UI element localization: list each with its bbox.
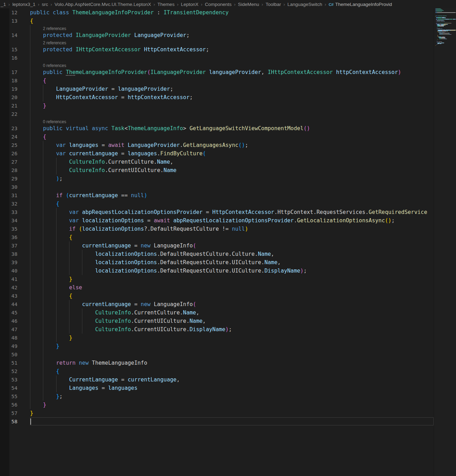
code-line[interactable]: 16 (0, 54, 434, 62)
code-line[interactable]: 45 CultureInfo.CurrentCulture.Name, (0, 308, 434, 317)
line-number[interactable]: 36 (0, 233, 30, 241)
code-line[interactable]: 56 } (0, 401, 434, 409)
code-line[interactable]: 21 } (0, 102, 434, 110)
code-line[interactable]: 50 (0, 350, 434, 359)
line-number[interactable]: 37 (0, 241, 30, 250)
line-number[interactable]: 23 (0, 124, 30, 133)
line-number[interactable]: 29 (0, 174, 30, 183)
line-number[interactable]: 56 (0, 401, 30, 409)
code-line[interactable]: 12public class ThemeLanguageInfoProvider… (0, 8, 434, 17)
code-line[interactable]: 55 }; (0, 392, 434, 401)
codelens-references-link[interactable]: 2 references (30, 40, 66, 45)
line-number[interactable]: 58 (0, 417, 30, 426)
code-line[interactable]: 29 ); (0, 174, 434, 183)
code-line[interactable]: 49 } (0, 342, 434, 350)
code-line[interactable]: 24 { (0, 133, 434, 141)
code-line[interactable]: 15 protected IHttpContextAccessor HttpCo… (0, 45, 434, 54)
breadcrumb-item--1[interactable]: _1 (0, 2, 7, 7)
line-number[interactable]: 14 (0, 31, 30, 39)
line-number[interactable]: 17 (0, 68, 30, 76)
code-line[interactable]: 41 } (0, 275, 434, 283)
line-number[interactable]: 13 (0, 17, 30, 25)
line-number[interactable]: 54 (0, 384, 30, 392)
code-line[interactable]: 42 else (0, 283, 434, 292)
breadcrumb-item-toolbar[interactable]: Toolbar (265, 2, 282, 7)
line-number[interactable]: 38 (0, 250, 30, 258)
code-line[interactable]: 28 CultureInfo.CurrentUICulture.Name (0, 166, 434, 174)
code-line[interactable]: 47 CultureInfo.CurrentUICulture.DisplayN… (0, 325, 434, 334)
line-number[interactable]: 49 (0, 342, 30, 350)
line-number[interactable]: 43 (0, 292, 30, 300)
breadcrumb-item-themelanguageinfoprovid[interactable]: C#ThemeLanguageInfoProvid (328, 2, 393, 7)
line-number[interactable]: 31 (0, 191, 30, 200)
line-number[interactable]: 50 (0, 350, 30, 359)
code-line[interactable]: 31 if (currentLanguage == null) (0, 191, 434, 200)
line-number[interactable]: 26 (0, 149, 30, 158)
code-line[interactable]: 25 var languages = await LanguageProvide… (0, 141, 434, 149)
code-line[interactable]: 51 return new ThemeLanguageInfo (0, 359, 434, 367)
code-line[interactable]: 52 { (0, 367, 434, 375)
line-number[interactable]: 48 (0, 334, 30, 342)
breadcrumb-item-themes[interactable]: Themes (157, 2, 175, 7)
codelens-references-link[interactable]: 0 references (30, 119, 66, 124)
editor-pane[interactable]: 12public class ThemeLanguageInfoProvider… (0, 8, 434, 426)
code-line[interactable]: 23 public virtual async Task<ThemeLangua… (0, 124, 434, 133)
breadcrumb-item-sidemenu[interactable]: SideMenu (237, 2, 260, 7)
code-line[interactable]: 34 var localizationOptions = await abpRe… (0, 216, 434, 225)
code-line[interactable]: 35 if (localizationOptions?.DefaultReque… (0, 225, 434, 233)
line-number[interactable]: 42 (0, 283, 30, 292)
code-line[interactable]: 43 { (0, 292, 434, 300)
breadcrumb-item-components[interactable]: Components (204, 2, 232, 7)
code-line[interactable]: 38 localizationOptions.DefaultRequestCul… (0, 250, 434, 258)
line-number[interactable]: 32 (0, 200, 30, 208)
code-line[interactable]: 48 } (0, 334, 434, 342)
line-number[interactable]: 21 (0, 102, 30, 110)
code-line[interactable]: 26 var currentLanguage = languages.FindB… (0, 149, 434, 158)
code-line[interactable]: 13{ (0, 17, 434, 25)
line-number[interactable]: 30 (0, 183, 30, 191)
line-number[interactable]: 22 (0, 110, 30, 118)
line-number[interactable]: 33 (0, 208, 30, 216)
line-number[interactable]: 51 (0, 359, 30, 367)
line-number[interactable]: 20 (0, 93, 30, 102)
code-line[interactable]: 39 localizationOptions.DefaultRequestCul… (0, 258, 434, 267)
scrollbar-track[interactable] (434, 0, 456, 476)
code-line[interactable]: 20 HttpContextAccessor = httpContextAcce… (0, 93, 434, 102)
line-number[interactable]: 25 (0, 141, 30, 149)
breadcrumb-item-leptonx3-1[interactable]: leptonx3_1 (12, 2, 36, 7)
codelens-references-link[interactable]: 2 references (30, 26, 66, 31)
code-line[interactable]: 44 currentLanguage = new LanguageInfo( (0, 300, 434, 308)
line-number[interactable]: 27 (0, 158, 30, 166)
line-number[interactable]: 12 (0, 8, 30, 17)
line-number[interactable]: 15 (0, 45, 30, 54)
code-line[interactable]: 58 (0, 417, 434, 426)
line-number[interactable]: 39 (0, 258, 30, 267)
line-number[interactable]: 45 (0, 308, 30, 317)
line-number[interactable]: 34 (0, 216, 30, 225)
code-line[interactable]: 19 LanguageProvider = languageProvider; (0, 85, 434, 93)
line-number[interactable]: 52 (0, 367, 30, 375)
line-number[interactable]: 28 (0, 166, 30, 174)
line-number[interactable]: 16 (0, 54, 30, 62)
breadcrumb-item-volo-abp-aspnetcore-mvc-ui-theme-leptonx[interactable]: Volo.Abp.AspNetCore.Mvc.UI.Theme.LeptonX (54, 2, 152, 7)
code-line[interactable]: 57} (0, 409, 434, 417)
code-line[interactable]: 36 { (0, 233, 434, 241)
line-number[interactable]: 40 (0, 267, 30, 275)
line-number[interactable]: 18 (0, 76, 30, 85)
code-line[interactable]: 14 protected ILanguageProvider LanguageP… (0, 31, 434, 39)
line-number[interactable]: 57 (0, 409, 30, 417)
breadcrumb-item-leptonx[interactable]: LeptonX (180, 2, 199, 7)
code-line[interactable]: 22 (0, 110, 434, 118)
line-number[interactable]: 46 (0, 317, 30, 325)
line-number[interactable]: 53 (0, 375, 30, 384)
code-line[interactable]: 27 CultureInfo.CurrentCulture.Name, (0, 158, 434, 166)
code-line[interactable]: 30 (0, 183, 434, 191)
line-number[interactable]: 41 (0, 275, 30, 283)
breadcrumb-item-src[interactable]: src (41, 2, 49, 7)
line-number[interactable]: 55 (0, 392, 30, 401)
code-line[interactable]: 53 CurrentLanguage = currentLanguage, (0, 375, 434, 384)
code-line[interactable]: 18 { (0, 76, 434, 85)
minimap[interactable] (435, 8, 456, 54)
line-number[interactable]: 19 (0, 85, 30, 93)
line-number[interactable]: 24 (0, 133, 30, 141)
